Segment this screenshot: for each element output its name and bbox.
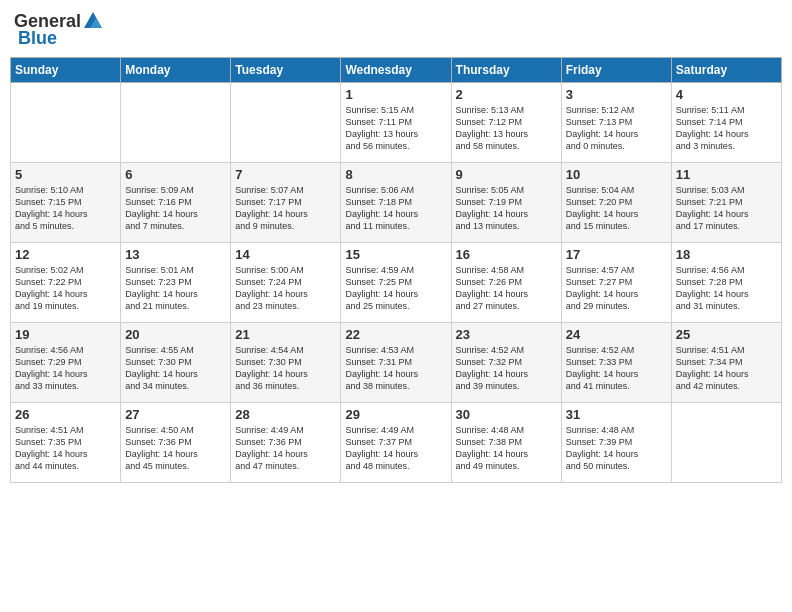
day-cell: 30Sunrise: 4:48 AMSunset: 7:38 PMDayligh… [451, 403, 561, 483]
day-number: 21 [235, 327, 336, 342]
day-cell: 24Sunrise: 4:52 AMSunset: 7:33 PMDayligh… [561, 323, 671, 403]
sunset-info: Sunset: 7:28 PM [676, 276, 777, 288]
day-cell [671, 403, 781, 483]
day-number: 23 [456, 327, 557, 342]
day-number: 4 [676, 87, 777, 102]
daylight-hours: Daylight: 14 hours [345, 208, 446, 220]
sunrise-info: Sunrise: 5:02 AM [15, 264, 116, 276]
sunrise-info: Sunrise: 4:51 AM [676, 344, 777, 356]
daylight-continuation: and 36 minutes. [235, 380, 336, 392]
daylight-continuation: and 3 minutes. [676, 140, 777, 152]
sunrise-info: Sunrise: 4:53 AM [345, 344, 446, 356]
day-number: 15 [345, 247, 446, 262]
day-number: 22 [345, 327, 446, 342]
day-cell: 19Sunrise: 4:56 AMSunset: 7:29 PMDayligh… [11, 323, 121, 403]
daylight-hours: Daylight: 14 hours [345, 288, 446, 300]
sunset-info: Sunset: 7:39 PM [566, 436, 667, 448]
day-cell: 28Sunrise: 4:49 AMSunset: 7:36 PMDayligh… [231, 403, 341, 483]
day-cell: 1Sunrise: 5:15 AMSunset: 7:11 PMDaylight… [341, 83, 451, 163]
day-number: 26 [15, 407, 116, 422]
day-number: 14 [235, 247, 336, 262]
day-number: 5 [15, 167, 116, 182]
day-number: 9 [456, 167, 557, 182]
sunrise-info: Sunrise: 5:10 AM [15, 184, 116, 196]
logo: General Blue [14, 10, 105, 49]
day-number: 29 [345, 407, 446, 422]
daylight-hours: Daylight: 14 hours [345, 368, 446, 380]
day-cell: 8Sunrise: 5:06 AMSunset: 7:18 PMDaylight… [341, 163, 451, 243]
week-row-3: 12Sunrise: 5:02 AMSunset: 7:22 PMDayligh… [11, 243, 782, 323]
day-cell: 4Sunrise: 5:11 AMSunset: 7:14 PMDaylight… [671, 83, 781, 163]
sunrise-info: Sunrise: 5:11 AM [676, 104, 777, 116]
daylight-continuation: and 44 minutes. [15, 460, 116, 472]
day-info: Sunrise: 4:51 AMSunset: 7:35 PMDaylight:… [15, 424, 116, 473]
daylight-hours: Daylight: 14 hours [566, 368, 667, 380]
col-header-monday: Monday [121, 58, 231, 83]
sunrise-info: Sunrise: 4:50 AM [125, 424, 226, 436]
daylight-hours: Daylight: 14 hours [125, 368, 226, 380]
sunset-info: Sunset: 7:33 PM [566, 356, 667, 368]
daylight-continuation: and 25 minutes. [345, 300, 446, 312]
day-info: Sunrise: 4:49 AMSunset: 7:36 PMDaylight:… [235, 424, 336, 473]
daylight-hours: Daylight: 14 hours [676, 128, 777, 140]
daylight-hours: Daylight: 14 hours [456, 368, 557, 380]
day-cell: 17Sunrise: 4:57 AMSunset: 7:27 PMDayligh… [561, 243, 671, 323]
sunrise-info: Sunrise: 5:07 AM [235, 184, 336, 196]
sunset-info: Sunset: 7:11 PM [345, 116, 446, 128]
day-number: 2 [456, 87, 557, 102]
day-cell: 5Sunrise: 5:10 AMSunset: 7:15 PMDaylight… [11, 163, 121, 243]
daylight-hours: Daylight: 14 hours [15, 288, 116, 300]
sunrise-info: Sunrise: 5:13 AM [456, 104, 557, 116]
daylight-hours: Daylight: 14 hours [15, 368, 116, 380]
sunrise-info: Sunrise: 4:56 AM [676, 264, 777, 276]
daylight-hours: Daylight: 14 hours [456, 208, 557, 220]
daylight-continuation: and 27 minutes. [456, 300, 557, 312]
day-number: 11 [676, 167, 777, 182]
day-cell: 9Sunrise: 5:05 AMSunset: 7:19 PMDaylight… [451, 163, 561, 243]
daylight-continuation: and 5 minutes. [15, 220, 116, 232]
day-info: Sunrise: 5:09 AMSunset: 7:16 PMDaylight:… [125, 184, 226, 233]
day-number: 16 [456, 247, 557, 262]
day-cell: 10Sunrise: 5:04 AMSunset: 7:20 PMDayligh… [561, 163, 671, 243]
daylight-continuation: and 41 minutes. [566, 380, 667, 392]
sunrise-info: Sunrise: 5:06 AM [345, 184, 446, 196]
daylight-hours: Daylight: 14 hours [235, 208, 336, 220]
daylight-continuation: and 33 minutes. [15, 380, 116, 392]
day-info: Sunrise: 5:01 AMSunset: 7:23 PMDaylight:… [125, 264, 226, 313]
sunrise-info: Sunrise: 4:52 AM [456, 344, 557, 356]
day-number: 1 [345, 87, 446, 102]
day-cell: 14Sunrise: 5:00 AMSunset: 7:24 PMDayligh… [231, 243, 341, 323]
day-cell: 6Sunrise: 5:09 AMSunset: 7:16 PMDaylight… [121, 163, 231, 243]
sunset-info: Sunset: 7:30 PM [235, 356, 336, 368]
day-info: Sunrise: 4:50 AMSunset: 7:36 PMDaylight:… [125, 424, 226, 473]
daylight-hours: Daylight: 14 hours [456, 288, 557, 300]
day-info: Sunrise: 5:05 AMSunset: 7:19 PMDaylight:… [456, 184, 557, 233]
day-info: Sunrise: 5:02 AMSunset: 7:22 PMDaylight:… [15, 264, 116, 313]
day-info: Sunrise: 4:52 AMSunset: 7:33 PMDaylight:… [566, 344, 667, 393]
sunrise-info: Sunrise: 4:59 AM [345, 264, 446, 276]
sunrise-info: Sunrise: 4:58 AM [456, 264, 557, 276]
day-cell: 2Sunrise: 5:13 AMSunset: 7:12 PMDaylight… [451, 83, 561, 163]
day-number: 27 [125, 407, 226, 422]
sunset-info: Sunset: 7:38 PM [456, 436, 557, 448]
daylight-hours: Daylight: 14 hours [235, 368, 336, 380]
daylight-continuation: and 7 minutes. [125, 220, 226, 232]
daylight-continuation: and 49 minutes. [456, 460, 557, 472]
sunrise-info: Sunrise: 4:54 AM [235, 344, 336, 356]
day-cell: 31Sunrise: 4:48 AMSunset: 7:39 PMDayligh… [561, 403, 671, 483]
daylight-continuation: and 48 minutes. [345, 460, 446, 472]
daylight-hours: Daylight: 14 hours [235, 288, 336, 300]
week-row-4: 19Sunrise: 4:56 AMSunset: 7:29 PMDayligh… [11, 323, 782, 403]
logo-blue: Blue [18, 28, 57, 49]
sunset-info: Sunset: 7:16 PM [125, 196, 226, 208]
col-header-sunday: Sunday [11, 58, 121, 83]
day-cell: 22Sunrise: 4:53 AMSunset: 7:31 PMDayligh… [341, 323, 451, 403]
daylight-hours: Daylight: 14 hours [235, 448, 336, 460]
sunrise-info: Sunrise: 5:15 AM [345, 104, 446, 116]
day-cell: 20Sunrise: 4:55 AMSunset: 7:30 PMDayligh… [121, 323, 231, 403]
day-number: 13 [125, 247, 226, 262]
col-header-friday: Friday [561, 58, 671, 83]
calendar-table: SundayMondayTuesdayWednesdayThursdayFrid… [10, 57, 782, 483]
sunset-info: Sunset: 7:30 PM [125, 356, 226, 368]
daylight-continuation: and 21 minutes. [125, 300, 226, 312]
